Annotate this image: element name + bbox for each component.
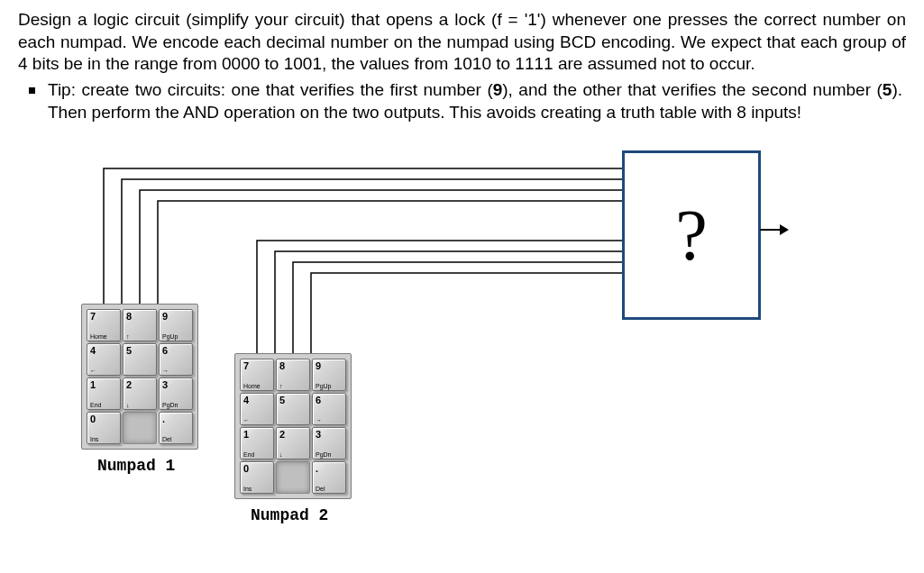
tip-text: Tip: create two circuits: one that verif… <box>48 79 902 123</box>
numpad-2-label: Numpad 2 <box>251 506 328 524</box>
key-7: 7Home <box>240 359 274 391</box>
key-1: 1End <box>240 427 274 459</box>
key-8: 8↑ <box>276 359 310 391</box>
tip-row: Tip: create two circuits: one that verif… <box>29 79 902 123</box>
key-0: 0Ins <box>240 461 274 494</box>
key-4: 4← <box>240 393 274 425</box>
key-dot: .Del <box>312 461 346 494</box>
circuit-diagram: ? 7Home 8↑ 9PgUp 4← 5 6→ 1End 2↓ 3PgDn 0… <box>54 141 865 538</box>
key-5: 5 <box>123 343 157 376</box>
key-6: 6→ <box>159 343 193 376</box>
key-dot: .Del <box>159 412 193 444</box>
tip-mid: ), and the other that verifies the secon… <box>502 80 883 99</box>
key-empty <box>276 461 310 494</box>
question-mark: ? <box>675 195 708 277</box>
tip-number-2: 5 <box>883 80 892 99</box>
problem-statement: Design a logic circuit (simplify your ci… <box>18 9 906 76</box>
key-7: 7Home <box>87 309 121 341</box>
tip-number-1: 9 <box>493 80 503 99</box>
numpad-2: 7Home 8↑ 9PgUp 4← 5 6→ 1End 2↓ 3PgDn 0In… <box>234 353 352 499</box>
key-6: 6→ <box>312 393 346 425</box>
key-8: 8↑ <box>123 309 157 341</box>
bullet-icon <box>29 87 35 94</box>
circuit-box: ? <box>622 150 761 320</box>
key-1: 1End <box>87 377 121 410</box>
key-2: 2↓ <box>123 377 157 410</box>
numpad-1-label: Numpad 1 <box>97 457 175 475</box>
key-5: 5 <box>276 393 310 425</box>
key-9: 9PgUp <box>159 309 193 341</box>
key-empty <box>123 412 157 444</box>
key-3: 3PgDn <box>159 377 193 410</box>
key-9: 9PgUp <box>312 359 346 391</box>
key-3: 3PgDn <box>312 427 346 459</box>
key-2: 2↓ <box>276 427 310 459</box>
tip-prefix: Tip: create two circuits: one that verif… <box>48 80 493 99</box>
numpad-1: 7Home 8↑ 9PgUp 4← 5 6→ 1End 2↓ 3PgDn 0In… <box>81 304 198 450</box>
key-0: 0Ins <box>87 412 121 444</box>
key-4: 4← <box>87 343 121 376</box>
output-arrow-icon <box>760 229 787 231</box>
